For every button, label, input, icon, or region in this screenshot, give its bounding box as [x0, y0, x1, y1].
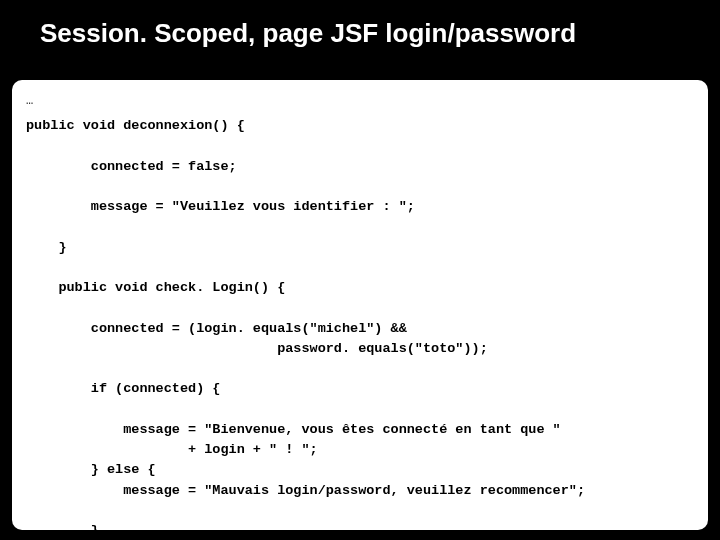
ellipsis: …	[26, 92, 694, 110]
slide-title: Session. Scoped, page JSF login/password	[0, 0, 720, 59]
slide: Session. Scoped, page JSF login/password…	[0, 0, 720, 540]
code-block: public void deconnexion() { connected = …	[26, 116, 694, 540]
code-card: … public void deconnexion() { connected …	[12, 80, 708, 530]
